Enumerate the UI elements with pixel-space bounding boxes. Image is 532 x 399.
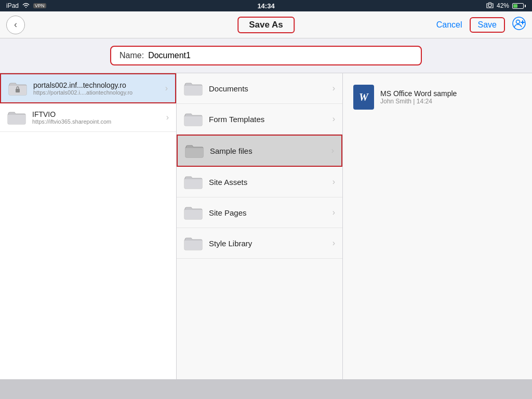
folder-icon-style-library (184, 235, 203, 251)
add-user-button[interactable] (512, 17, 526, 33)
chevron-right-site-pages: › (332, 208, 335, 217)
file-meta-0: John Smith | 14:24 (380, 98, 457, 105)
nav-right-actions: Cancel Save (434, 17, 526, 33)
folder-icon-sample (185, 143, 204, 158)
content-area: portals002.inf...technology.ro https://p… (0, 73, 532, 379)
folder-row-site-pages[interactable]: Site Pages › (177, 197, 342, 228)
status-time: 14:34 (257, 2, 274, 10)
status-left: iPad VPN (6, 2, 46, 10)
folder-row-site-assets[interactable]: Site Assets › (177, 167, 342, 197)
dialog-title: Save As (237, 17, 295, 33)
word-icon-0: W (353, 85, 374, 110)
svg-rect-5 (16, 89, 20, 92)
folder-label-documents: Documents (209, 84, 326, 93)
wifi-icon (22, 2, 30, 10)
locations-column: portals002.inf...technology.ro https://p… (0, 73, 177, 379)
name-field-box: Name: (110, 46, 422, 65)
folder-row-form-templates[interactable]: Form Templates › (177, 104, 342, 135)
name-label: Name: (119, 51, 144, 60)
file-name-0: MS Office Word sample (380, 89, 457, 98)
status-right: 42% (486, 2, 526, 10)
status-bar: iPad VPN 14:34 42% (0, 0, 532, 11)
vpn-badge: VPN (33, 3, 46, 8)
folder-icon-docs (184, 81, 203, 96)
folder-icon-site-assets (184, 174, 203, 190)
folder-label-form-templates: Form Templates (209, 115, 326, 124)
chevron-right-sample: › (331, 146, 334, 155)
camera-icon (486, 2, 494, 10)
folder-label-site-pages: Site Pages (209, 208, 326, 217)
folder-row-sample-files[interactable]: Sample files › (177, 135, 342, 167)
folder-icon-site-pages (184, 205, 203, 220)
back-icon: ‹ (14, 19, 17, 30)
folders-column: Documents › Form Templates › Sample file… (177, 73, 343, 379)
chevron-right-site-assets: › (332, 177, 335, 187)
nav-bar: ‹ Save As Cancel Save (0, 11, 532, 38)
dialog-title-text: Save As (249, 20, 283, 30)
file-details-0: MS Office Word sample John Smith | 14:24 (380, 89, 457, 105)
chevron-right-icon-1: › (166, 113, 169, 122)
folder-row-style-library[interactable]: Style Library › (177, 228, 342, 259)
location-url-0: https://portals002.i....ationtechnology.… (33, 89, 159, 96)
battery-icon (512, 3, 526, 9)
chevron-right-docs: › (332, 84, 335, 93)
chevron-right-form-templates: › (332, 114, 335, 124)
folder-label-site-assets: Site Assets (209, 178, 326, 187)
svg-point-2 (516, 20, 520, 23)
folder-label-sample-files: Sample files (210, 147, 325, 155)
battery-percent: 42% (497, 2, 509, 9)
location-item-1[interactable]: IFTVIO https://iftvio365.sharepoint.com … (0, 103, 176, 132)
location-texts-1: IFTVIO https://iftvio365.sharepoint.com (32, 110, 160, 125)
recent-file-item-0[interactable]: W MS Office Word sample John Smith | 14:… (350, 81, 525, 114)
recent-files-column: W MS Office Word sample John Smith | 14:… (343, 73, 532, 379)
cancel-button[interactable]: Cancel (434, 17, 464, 33)
location-name-0: portals002.inf...technology.ro (33, 81, 159, 89)
chevron-right-icon-0: › (165, 84, 168, 93)
name-input[interactable] (148, 51, 413, 60)
location-url-1: https://iftvio365.sharepoint.com (32, 118, 160, 125)
device-label: iPad (6, 2, 19, 9)
location-name-1: IFTVIO (32, 110, 160, 118)
save-button[interactable]: Save (470, 17, 505, 33)
location-texts-0: portals002.inf...technology.ro https://p… (33, 81, 159, 96)
name-field-row: Name: (0, 38, 532, 73)
location-item-0[interactable]: portals002.inf...technology.ro https://p… (0, 73, 176, 103)
folder-icon-form-templates (184, 111, 203, 127)
chevron-right-style-library: › (332, 238, 335, 248)
folder-row-documents[interactable]: Documents › (177, 73, 342, 104)
folder-icon-1 (7, 110, 26, 125)
svg-point-0 (488, 4, 491, 7)
folder-label-style-library: Style Library (209, 239, 326, 248)
back-button[interactable]: ‹ (6, 16, 25, 34)
folder-icon (8, 81, 27, 96)
